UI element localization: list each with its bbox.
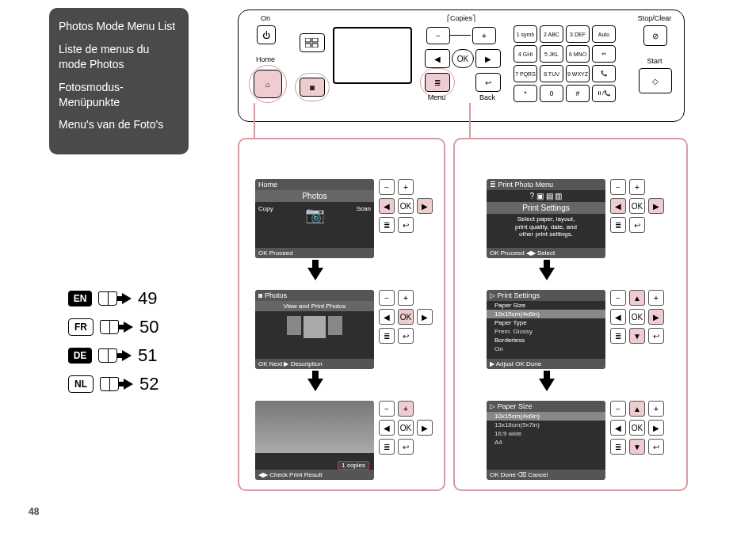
book-icon (100, 377, 119, 391)
flow-arrow-icon (539, 379, 555, 391)
flow-a-step3: 1 copies ◀▶ Check Print Result −+ ◀OK▶ ≣… (255, 401, 433, 480)
dial-auto[interactable]: Auto (592, 25, 616, 43)
lcd-footer: OK Proceed ◀▶ Select (487, 248, 605, 258)
nav-right-button[interactable]: ▶ (475, 49, 501, 68)
dial-redial[interactable]: 📞 (592, 65, 616, 82)
label-stop: Stop/Clear (634, 14, 675, 22)
option: 13x18cm(5x7in) (487, 421, 605, 429)
info-panel: Photos Mode Menu List Liste de menus du … (49, 8, 189, 154)
label-start: Start (643, 57, 666, 65)
dial-2[interactable]: 2 ABC (540, 25, 563, 43)
lcd-title: ≣ Print Photo Menu (487, 179, 605, 190)
flow-b-step3: ▷ Paper Size 10x15cm(4x6in) 13x18cm(5x7i… (487, 401, 664, 480)
dial-5[interactable]: 5 JKL (540, 45, 563, 63)
lcd-footer: OK Proceed (255, 248, 374, 258)
arrow-right-icon (122, 293, 132, 304)
dial-1[interactable]: 1 symb (514, 25, 537, 43)
lang-badge-en: EN (68, 291, 92, 306)
flow-b-step1: ≣ Print Photo Menu ? ▣ ▤ ▥ Print Setting… (487, 179, 664, 258)
info-nl: Menu's van de Foto's (59, 117, 179, 132)
menu-highlight (420, 68, 455, 97)
keypad-hint: −▲+ ◀OK▶ ≣▼↩ (610, 290, 664, 369)
photo-highlight (295, 73, 330, 101)
lang-badge-fr: FR (68, 318, 94, 336)
dial-pad: 1 symb 2 ABC 3 DEF Auto 4 GHI 5 JKL 6 MN… (514, 25, 616, 102)
page-number: 48 (29, 506, 39, 517)
lcd-title: ▷ Paper Size (487, 401, 605, 412)
desc-line: Select paper, layout, (491, 215, 601, 223)
ok-button[interactable]: OK (452, 49, 474, 68)
flow-arrow-icon (539, 268, 555, 280)
lcd-title: ◙ Photos (255, 290, 374, 301)
dial-7[interactable]: 7 PQRS (514, 65, 537, 82)
info-fr: Liste de menus du mode Photos (59, 42, 179, 72)
flow-b-step2: ▷ Print Settings Paper Size 10x15cm(4x6i… (487, 290, 664, 369)
flow-print-settings: ≣ Print Photo Menu ? ▣ ▤ ▥ Print Setting… (453, 138, 688, 491)
lcd-screen (333, 27, 412, 84)
dial-0[interactable]: 0 (540, 85, 563, 102)
book-icon (98, 348, 117, 363)
lcd-paper-size: ▷ Paper Size 10x15cm(4x6in) 13x18cm(5x7i… (487, 401, 605, 480)
dial-hash[interactable]: # (566, 85, 590, 102)
svg-rect-1 (312, 38, 318, 42)
copies-plus-button[interactable]: + (472, 27, 496, 44)
setting-value: On (487, 345, 605, 353)
lcd-subtitle: View and Print Photos (255, 301, 374, 311)
option: 16:9 wide (487, 429, 605, 438)
setting-value: Prem. Glossy (487, 327, 605, 336)
keypad-hint: −+ ◀OK▶ ≣↩ (379, 179, 433, 258)
arrow-right-icon (124, 379, 133, 390)
lang-row-en: EN 49 (68, 288, 158, 309)
dial-6[interactable]: 6 MNO (566, 45, 590, 63)
back-button[interactable]: ↩ (475, 73, 501, 92)
setting-name: Paper Type (487, 318, 605, 327)
mode-right: Scan (357, 205, 371, 224)
lcd-mode: Photos (255, 190, 374, 202)
label-copies: ⎧Copies⎫ (437, 14, 485, 22)
svg-rect-2 (305, 44, 311, 48)
lcd-footer: OK Done ⌫ Cancel (487, 470, 605, 480)
flow-arrow-icon (307, 268, 323, 280)
option-selected: 10x15cm(4x6in) (487, 412, 605, 421)
page-ref-nl: 52 (139, 374, 158, 394)
dial-3[interactable]: 3 DEF (566, 25, 590, 43)
display-mode-button[interactable] (300, 33, 325, 52)
arrow-right-icon (124, 322, 133, 333)
power-button[interactable]: ⏻ (257, 25, 276, 44)
page-ref-de: 51 (138, 345, 157, 366)
setting-name: Borderless (487, 336, 605, 345)
language-page-list: EN 49 FR 50 DE 51 NL 52 (68, 288, 158, 402)
dial-8[interactable]: 8 TUV (540, 65, 563, 82)
lcd-print-menu: ≣ Print Photo Menu ? ▣ ▤ ▥ Print Setting… (487, 179, 605, 258)
lcd-footer: ◀▶ Check Print Result (255, 470, 374, 480)
dial-pause[interactable]: ⏸/📞 (592, 85, 616, 102)
setting-name: Paper Size (487, 301, 605, 310)
flow-photo-mode: Home Photos Copy 📷 Scan OK Proceed −+ ◀O… (238, 138, 445, 491)
page-ref-en: 49 (138, 288, 157, 309)
arrow-right-icon (122, 350, 132, 361)
option: A4 (487, 438, 605, 447)
dial-fit[interactable]: ⇔ (592, 45, 616, 63)
lcd-photos: ◙ Photos View and Print Photos OK Next ▶… (255, 290, 374, 369)
dial-4[interactable]: 4 GHI (514, 45, 537, 63)
stop-button[interactable]: ⊘ (643, 25, 667, 46)
printer-control-panel: On ⏻ Home ⌂ ◙ ⎧Copies⎫ − + ◀ OK ▶ ≣ ↩ Me… (238, 10, 685, 122)
keypad-hint: −+ ◀OK▶ ≣↩ (379, 401, 433, 480)
dial-9[interactable]: 9 WXYZ (566, 65, 590, 82)
dial-star[interactable]: * (514, 85, 537, 102)
lang-badge-de: DE (68, 348, 92, 364)
mode-left: Copy (258, 205, 273, 224)
lcd-title: ▷ Print Settings (487, 290, 605, 301)
start-button[interactable]: ◇ (639, 68, 672, 93)
svg-rect-3 (312, 44, 318, 48)
svg-rect-0 (305, 38, 311, 42)
lang-row-de: DE 51 (68, 345, 158, 366)
keypad-hint: −+ ◀OK▶ ≣↩ (379, 290, 433, 369)
lcd-footer: ▶ Adjust OK Done (487, 359, 605, 369)
keypad-hint: −▲+ ◀OK▶ ≣▼↩ (610, 401, 664, 480)
lcd-title: Home (255, 179, 374, 190)
page-ref-fr: 50 (139, 317, 158, 337)
nav-left-button[interactable]: ◀ (425, 49, 450, 68)
copies-minus-button[interactable]: − (426, 27, 450, 44)
home-button[interactable]: ⌂ (254, 70, 282, 98)
